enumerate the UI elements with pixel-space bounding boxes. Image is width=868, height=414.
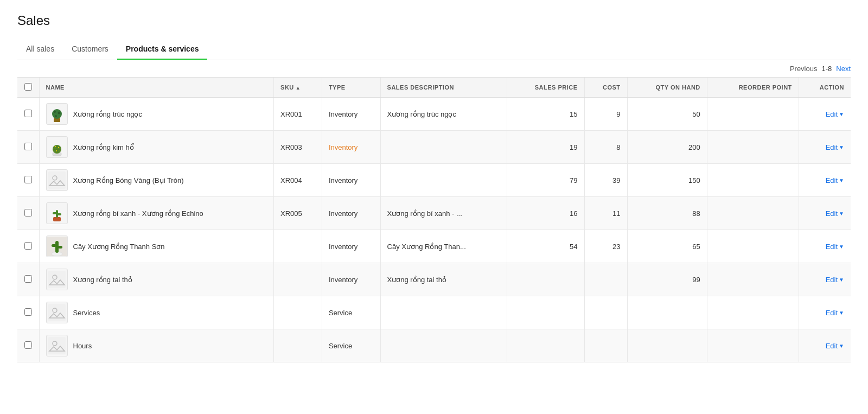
edit-button[interactable]: Edit ▼ [826, 143, 844, 151]
product-name-cell: Services [39, 296, 274, 329]
edit-label: Edit [826, 309, 838, 317]
sales-description [380, 131, 507, 164]
action-cell[interactable]: Edit ▼ [799, 98, 851, 131]
edit-dropdown-icon[interactable]: ▼ [839, 310, 844, 316]
action-cell[interactable]: Edit ▼ [799, 131, 851, 164]
svg-rect-17 [57, 213, 61, 215]
product-type: Service [322, 296, 380, 329]
edit-dropdown-icon[interactable]: ▼ [839, 177, 844, 183]
tab-products-services[interactable]: Products & services [117, 39, 208, 60]
product-sku: XR003 [274, 131, 322, 164]
row-checkbox-cell[interactable] [17, 197, 39, 230]
product-sku [274, 296, 322, 329]
reorder-point [707, 296, 799, 329]
sales-description [380, 329, 507, 362]
table-row: Xương rồng trúc ngọcXR001InventoryXương … [17, 98, 851, 131]
row-checkbox-cell[interactable] [17, 296, 39, 329]
product-name-cell: Xương rồng bí xanh - Xương rồng Echino [39, 197, 274, 230]
col-sku[interactable]: SKU [274, 78, 322, 98]
svg-point-9 [55, 146, 56, 147]
product-sku: XR005 [274, 197, 322, 230]
edit-button[interactable]: Edit ▼ [826, 309, 844, 317]
row-checkbox-cell[interactable] [17, 263, 39, 296]
edit-button[interactable]: Edit ▼ [826, 209, 844, 218]
svg-rect-14 [53, 217, 61, 221]
product-type: Inventory [322, 164, 380, 197]
edit-dropdown-icon[interactable]: ▼ [839, 111, 844, 117]
tab-customers[interactable]: Customers [63, 39, 117, 60]
sales-description: Xương rồng tai thỏ [380, 263, 507, 296]
col-qty-on-hand: QTY ON HAND [627, 78, 707, 98]
page-range: 1-8 [821, 65, 832, 73]
edit-button[interactable]: Edit ▼ [826, 110, 844, 118]
svg-rect-27 [48, 337, 66, 354]
edit-label: Edit [826, 342, 838, 350]
svg-rect-23 [48, 271, 66, 288]
sales-price [507, 263, 585, 296]
edit-dropdown-icon[interactable]: ▼ [839, 343, 844, 349]
products-table: NAME SKU TYPE SALES DESCRIPTION SALES PR… [17, 77, 851, 362]
reorder-point [707, 263, 799, 296]
row-checkbox[interactable] [24, 110, 32, 117]
svg-point-3 [58, 112, 60, 114]
table-row: Xương rồng tai thỏInventoryXương rồng ta… [17, 263, 851, 296]
product-name-cell: Xương rồng kim hổ [39, 131, 274, 164]
table-row: HoursServiceEdit ▼ [17, 329, 851, 362]
product-name: Cây Xương Rồng Thanh Sơn [73, 243, 165, 251]
edit-dropdown-icon[interactable]: ▼ [839, 277, 844, 283]
row-checkbox[interactable] [24, 308, 32, 316]
select-all-header[interactable] [17, 78, 39, 98]
col-name: NAME [39, 78, 274, 98]
action-cell[interactable]: Edit ▼ [799, 263, 851, 296]
action-cell[interactable]: Edit ▼ [799, 329, 851, 362]
row-checkbox[interactable] [24, 242, 32, 250]
product-name: Xương rồng trúc ngọc [73, 110, 142, 118]
edit-button[interactable]: Edit ▼ [826, 243, 844, 251]
action-cell[interactable]: Edit ▼ [799, 296, 851, 329]
previous-button[interactable]: Previous [790, 65, 818, 73]
reorder-point [707, 230, 799, 263]
sales-price: 16 [507, 197, 585, 230]
product-image [46, 269, 68, 290]
product-name: Hours [73, 342, 92, 350]
cost [584, 263, 627, 296]
row-checkbox[interactable] [24, 209, 32, 216]
row-checkbox-cell[interactable] [17, 98, 39, 131]
row-checkbox[interactable] [24, 176, 32, 183]
col-sales-description: SALES DESCRIPTION [380, 78, 507, 98]
edit-button[interactable]: Edit ▼ [826, 176, 844, 184]
qty-on-hand [627, 329, 707, 362]
edit-button[interactable]: Edit ▼ [826, 276, 844, 284]
row-checkbox-cell[interactable] [17, 230, 39, 263]
action-cell[interactable]: Edit ▼ [799, 230, 851, 263]
product-name: Xương rồng kim hổ [73, 143, 134, 151]
row-checkbox[interactable] [24, 143, 32, 150]
row-checkbox[interactable] [24, 341, 32, 349]
row-checkbox-cell[interactable] [17, 329, 39, 362]
tab-all-sales[interactable]: All sales [17, 39, 63, 60]
svg-point-11 [56, 150, 57, 151]
edit-label: Edit [826, 110, 838, 118]
product-type: Inventory [322, 230, 380, 263]
product-image [46, 235, 68, 257]
sales-price [507, 329, 585, 362]
row-checkbox-cell[interactable] [17, 164, 39, 197]
sales-price [507, 296, 585, 329]
product-image [46, 335, 68, 356]
product-name-cell: Xương rồng trúc ngọc [39, 98, 274, 131]
edit-dropdown-icon[interactable]: ▼ [839, 244, 844, 250]
product-sku [274, 263, 322, 296]
row-checkbox[interactable] [24, 275, 32, 283]
cost: 9 [584, 98, 627, 131]
product-type: Inventory [322, 131, 380, 164]
row-checkbox-cell[interactable] [17, 131, 39, 164]
edit-dropdown-icon[interactable]: ▼ [839, 211, 844, 216]
action-cell[interactable]: Edit ▼ [799, 197, 851, 230]
edit-button[interactable]: Edit ▼ [826, 342, 844, 350]
next-button[interactable]: Next [836, 65, 851, 73]
select-all-checkbox[interactable] [24, 83, 32, 91]
action-cell[interactable]: Edit ▼ [799, 164, 851, 197]
sales-description [380, 164, 507, 197]
cost: 23 [584, 230, 627, 263]
edit-dropdown-icon[interactable]: ▼ [839, 144, 844, 150]
